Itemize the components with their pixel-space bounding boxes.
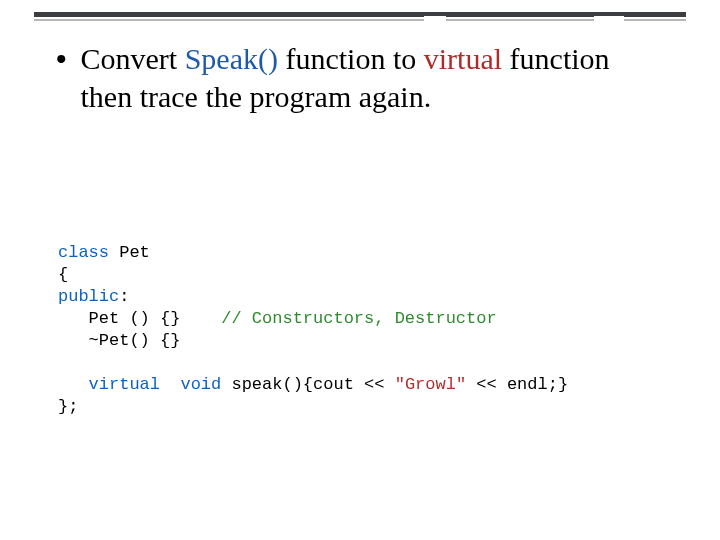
code-text: ~Pet() {} xyxy=(58,331,180,350)
code-text: { xyxy=(58,265,68,284)
code-gap xyxy=(160,375,180,394)
code-block: class Pet { public: Pet () {} // Constru… xyxy=(58,220,568,418)
code-indent xyxy=(58,375,89,394)
text-pre: Convert xyxy=(81,42,185,75)
code-kw-class: class xyxy=(58,243,109,262)
code-text: Pet xyxy=(109,243,150,262)
code-kw-void: void xyxy=(180,375,221,394)
bullet-item: • Convert Speak() function to virtual fu… xyxy=(58,40,662,116)
top-divider xyxy=(34,12,686,22)
content-area: • Convert Speak() function to virtual fu… xyxy=(58,40,662,116)
text-mid1: function to xyxy=(278,42,424,75)
slide: • Convert Speak() function to virtual fu… xyxy=(0,0,720,540)
bullet-marker: • xyxy=(56,40,67,78)
code-text: Pet () {} xyxy=(58,309,221,328)
divider-light xyxy=(34,19,686,21)
text-speak-fn: Speak() xyxy=(185,42,278,75)
code-text: : xyxy=(119,287,129,306)
text-virtual-kw: virtual xyxy=(424,42,502,75)
code-kw-virtual: virtual xyxy=(89,375,160,394)
code-text: speak(){cout << xyxy=(221,375,394,394)
divider-break xyxy=(424,16,446,22)
bullet-text: Convert Speak() function to virtual func… xyxy=(81,40,662,116)
code-text: << endl;} xyxy=(466,375,568,394)
code-comment: // Constructors, Destructor xyxy=(221,309,496,328)
code-string: "Growl" xyxy=(395,375,466,394)
code-kw-public: public xyxy=(58,287,119,306)
code-text: }; xyxy=(58,397,78,416)
divider-break xyxy=(594,16,624,22)
